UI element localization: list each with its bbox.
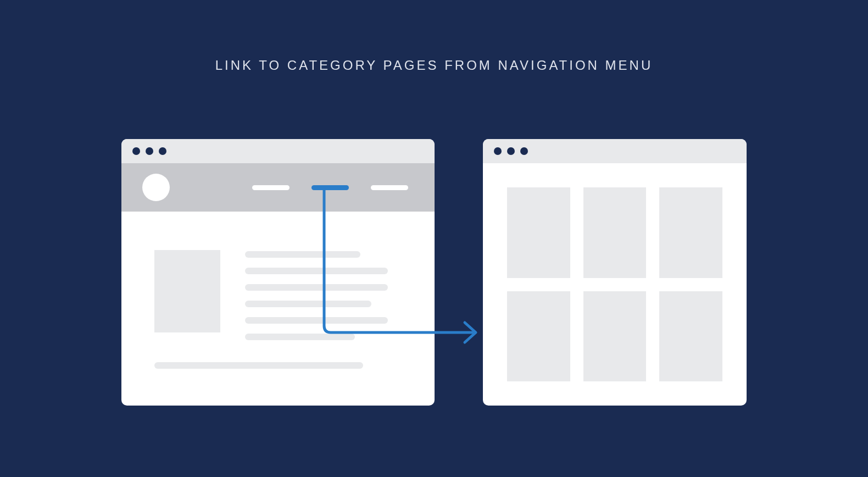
text-lines [245, 250, 407, 340]
target-browser-window [483, 139, 747, 406]
source-browser-window [121, 139, 435, 406]
category-grid [483, 163, 747, 406]
nav-link-item [252, 185, 290, 190]
page-title: LINK TO CATEGORY PAGES FROM NAVIGATION M… [215, 58, 653, 73]
window-dot-icon [507, 147, 515, 155]
diagram-container [0, 139, 868, 406]
category-tile [659, 291, 722, 382]
nav-links [252, 185, 408, 190]
thumbnail-placeholder [154, 250, 220, 332]
nav-link-item [371, 185, 408, 190]
window-dot-icon [159, 147, 166, 155]
nav-link-highlighted [311, 185, 349, 190]
text-line-placeholder [245, 301, 371, 307]
logo-icon [142, 174, 170, 201]
category-tile [583, 187, 647, 278]
text-line-placeholder [154, 362, 363, 369]
window-dot-icon [494, 147, 502, 155]
browser-chrome [121, 139, 435, 163]
navigation-bar [121, 163, 435, 212]
text-line-placeholder [245, 334, 355, 340]
text-line-placeholder [245, 251, 360, 258]
page-body [121, 212, 435, 385]
category-tile [507, 291, 570, 382]
category-tile [583, 291, 647, 382]
text-line-placeholder [245, 317, 388, 324]
window-dot-icon [146, 147, 153, 155]
category-tile [507, 187, 570, 278]
text-line-placeholder [245, 284, 388, 291]
category-tile [659, 187, 722, 278]
window-dot-icon [132, 147, 140, 155]
text-line-placeholder [245, 268, 388, 274]
browser-chrome [483, 139, 747, 163]
window-dot-icon [520, 147, 528, 155]
article-row [154, 250, 407, 340]
